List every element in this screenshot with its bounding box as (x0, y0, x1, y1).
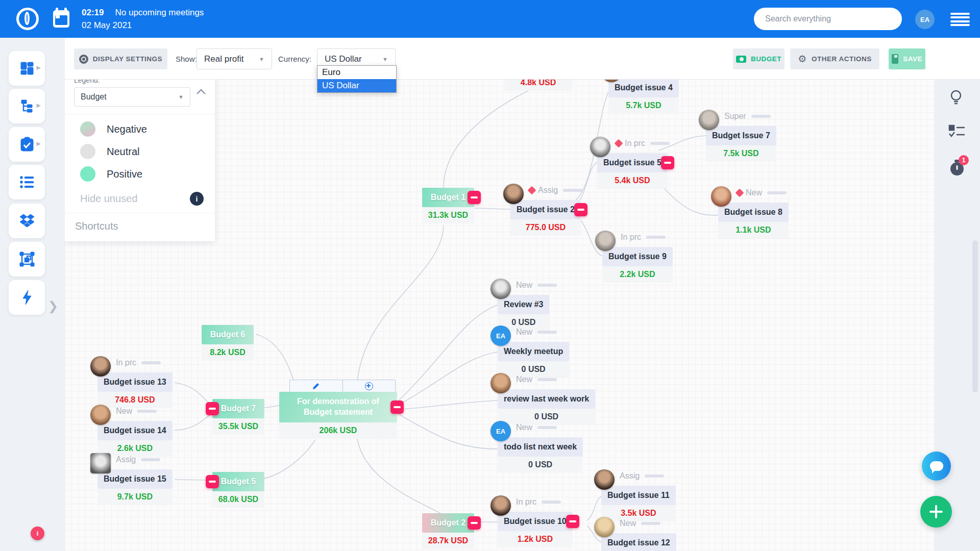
node-title[interactable]: todo list next week (498, 437, 583, 457)
show-select[interactable]: Real profit▼ (197, 48, 272, 69)
org-tree-icon (19, 98, 35, 114)
add-child-button[interactable] (342, 380, 396, 392)
priority-diamond-icon (528, 186, 536, 195)
collapse-minus-button[interactable] (206, 475, 219, 488)
other-actions-button[interactable]: ⚙ OTHER ACTIONS (790, 48, 879, 69)
search-input[interactable] (754, 8, 924, 30)
legend-item-negative[interactable]: Negative (80, 121, 206, 137)
node-title[interactable]: Budget 1 (422, 188, 474, 207)
map-toolbar: DISPLAY SETTINGS Show: Real profit▼ Curr… (65, 38, 980, 80)
chevron-down-icon: ▼ (375, 56, 388, 62)
node-status-label: Assig (620, 471, 640, 481)
map-node-budget-issue-10: In prcBudget issue 101.2k USD (498, 512, 573, 547)
chat-fab[interactable] (922, 452, 951, 481)
hide-unused-label[interactable]: Hide unused (80, 193, 137, 205)
status-progress-bar (641, 522, 660, 525)
node-title[interactable]: Budget 7 (212, 399, 264, 418)
sidebar-item-tasks[interactable]: ▶ (9, 127, 45, 162)
node-title[interactable]: Weekly meetup (498, 342, 569, 361)
node-title-label: Budget issue 10 (504, 517, 567, 525)
edit-pencil-button[interactable] (290, 380, 342, 392)
chevron-right-icon: ▶ (37, 64, 41, 71)
node-status-label: New (516, 328, 532, 337)
frame-icon (19, 252, 35, 267)
node-value: 8.2k USD (202, 344, 254, 361)
collapse-minus-button[interactable] (574, 203, 587, 216)
sidebar-item-list[interactable] (9, 165, 45, 199)
timer-badge: 1 (959, 155, 969, 165)
status-progress-bar (141, 458, 160, 461)
tasks-icon[interactable] (948, 124, 966, 142)
node-status-label: Super (724, 112, 746, 121)
node-title[interactable]: Budget issue 12 (601, 533, 676, 551)
node-title[interactable]: review last week work (498, 389, 595, 409)
sidebar-item-dropbox[interactable] (9, 204, 45, 238)
app-logo-icon[interactable] (16, 8, 39, 30)
avatar (90, 356, 111, 377)
node-title[interactable]: Budget 5 (212, 472, 264, 491)
node-title[interactable]: For demonstration of Budget statement (279, 392, 397, 422)
sidebar-item-board[interactable] (9, 242, 45, 277)
legend-item-positive[interactable]: Positive (80, 166, 206, 182)
node-title-label: Review #3 (504, 300, 543, 309)
node-title[interactable]: Budget issue 11 (601, 486, 676, 505)
avatar: EA (491, 325, 511, 346)
menu-icon[interactable] (950, 13, 970, 26)
currency-option-us-dollar[interactable]: US Dollar (317, 79, 396, 92)
map-node-weekly-meetup: NewEAWeekly meetup0 USD (498, 342, 569, 378)
node-value: 1.2k USD (498, 531, 573, 547)
sidebar-item-automation[interactable] (9, 280, 45, 315)
status-progress-bar (537, 426, 557, 429)
legend-collapse-icon[interactable] (195, 88, 207, 97)
map-node-budget-5: Budget 568.0k USD (212, 472, 264, 508)
node-title[interactable]: Budget issue 9 (602, 247, 673, 266)
status-progress-bar (542, 500, 561, 504)
collapse-minus-button[interactable] (468, 191, 481, 204)
node-title[interactable]: Budget issue 2 (510, 200, 581, 219)
info-icon[interactable]: i (190, 192, 204, 206)
legend-type-select[interactable]: Budget ▼ (74, 87, 190, 107)
node-value: 7.5k USD (706, 145, 776, 162)
collapse-minus-button[interactable] (468, 516, 481, 530)
node-title[interactable]: Budget issue 10 (498, 512, 573, 531)
collapse-minus-button[interactable] (390, 400, 404, 414)
sidebar-item-dashboard[interactable]: ▶ (9, 51, 45, 86)
node-status-label: New (516, 375, 532, 384)
lightbulb-icon[interactable] (948, 89, 966, 106)
legend-color-swatch (80, 121, 95, 137)
node-title[interactable]: Budget issue 8 (718, 203, 789, 222)
user-avatar[interactable]: EA (915, 10, 935, 29)
save-button[interactable]: SAVE (889, 48, 925, 69)
node-title[interactable]: Budget issue 13 (97, 372, 173, 392)
add-fab[interactable] (920, 496, 952, 528)
node-title[interactable]: Budget issue 14 (97, 421, 173, 440)
display-settings-button[interactable]: DISPLAY SETTINGS (74, 48, 167, 69)
calendar-icon[interactable] (53, 10, 69, 28)
collapse-minus-button[interactable] (206, 402, 219, 415)
notification-dot[interactable]: i (31, 527, 44, 540)
node-status-label: New (516, 423, 532, 432)
vertical-scrollbar[interactable] (972, 240, 978, 392)
sidebar-expand-chevron[interactable]: ❯ (48, 299, 58, 313)
collapse-minus-button[interactable] (661, 156, 674, 169)
shortcuts-link[interactable]: Shortcuts (75, 220, 206, 232)
budget-button[interactable]: BUDGET (733, 48, 785, 69)
sidebar-item-structure[interactable]: ▶ (9, 89, 45, 123)
avatar (590, 137, 610, 157)
priority-diamond-icon (615, 139, 623, 148)
node-title[interactable]: Budget 2 (422, 513, 474, 533)
status-progress-bar (646, 236, 666, 239)
status-progress-bar (751, 115, 771, 118)
node-status-label: In prc (625, 139, 645, 148)
collapse-minus-button[interactable] (566, 515, 579, 528)
node-status-label: Assig (116, 455, 136, 464)
node-title-label: todo list next week (504, 442, 577, 451)
legend-item-neutral[interactable]: Neutral (80, 144, 206, 159)
status-progress-bar (645, 474, 664, 478)
node-title[interactable]: Budget Issue 7 (706, 126, 776, 145)
node-title[interactable]: Budget issue 4 (608, 78, 679, 97)
currency-option-euro[interactable]: Euro (317, 66, 396, 79)
timer-icon[interactable]: 1 (948, 159, 966, 177)
node-title[interactable]: Budget issue 5 (597, 153, 668, 172)
node-title[interactable]: Budget 6 (202, 325, 254, 344)
